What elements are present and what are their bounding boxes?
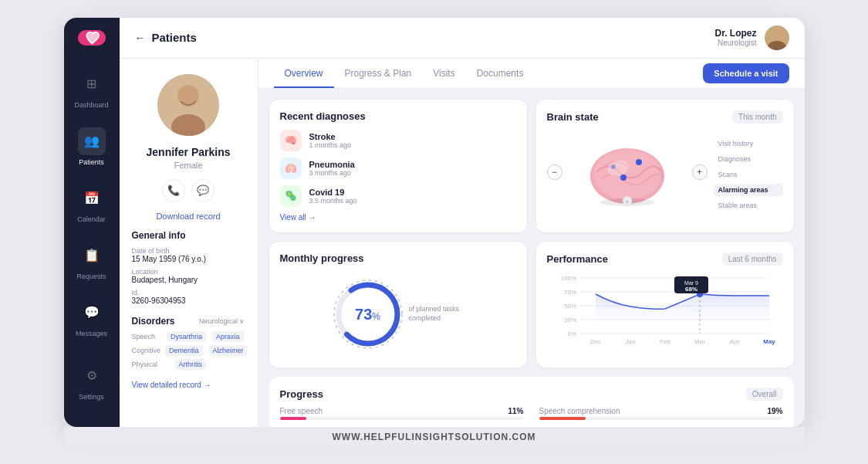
svg-point-6 xyxy=(593,150,661,199)
patient-panel: Jennifer Parkins Female 📞 💬 Download rec… xyxy=(120,59,258,427)
recent-diagnoses-card: Recent diagnoses 🧠 Stroke 1 months ago 🫁 xyxy=(269,100,527,232)
overall-filter[interactable]: Overall xyxy=(746,388,783,401)
brain-card-header: Brain state This month xyxy=(547,110,783,124)
back-button[interactable]: ← xyxy=(135,32,146,44)
svg-text:Apr: Apr xyxy=(729,338,739,345)
covid-icon: 🦠 xyxy=(280,185,302,207)
brain-state-card: Brain state This month − xyxy=(536,100,794,232)
monthly-progress-title: Monthly progress xyxy=(280,252,516,264)
diagnosis-time: 1 months ago xyxy=(309,141,352,149)
sidebar-item-calendar[interactable]: 📅 Calendar xyxy=(64,178,120,229)
svg-text:0%: 0% xyxy=(567,330,576,337)
disorder-category: Speech xyxy=(132,333,162,340)
progress-circle: 73% xyxy=(333,279,403,349)
disorder-category: Physical xyxy=(132,361,171,368)
disorder-tag[interactable]: Dementia xyxy=(165,345,203,356)
location-value: Budapest, Hungary xyxy=(132,276,245,284)
svg-point-0 xyxy=(772,29,782,40)
progress-item-free-speech: Free speech 11% xyxy=(280,407,524,420)
watermark: WWW.HELPFULINSIGHTSOLUTION.COM xyxy=(64,427,805,447)
svg-point-7 xyxy=(636,159,642,165)
sidebar-item-requests[interactable]: 📋 Requests xyxy=(64,235,120,286)
tab-overview[interactable]: Overview xyxy=(274,59,334,88)
svg-text:Dec: Dec xyxy=(589,338,600,345)
legend-alarming-areas[interactable]: Alarming areas xyxy=(714,184,783,196)
legend-scans[interactable]: Scans xyxy=(714,168,783,181)
svg-text:Mar: Mar xyxy=(694,338,705,345)
svg-text:30%: 30% xyxy=(563,317,576,323)
progress-section-header: Progress Overall xyxy=(280,388,783,401)
progress-bar xyxy=(539,417,586,420)
legend-stable-areas[interactable]: Stable areas xyxy=(714,199,783,212)
svg-point-3 xyxy=(177,85,199,107)
header-left: ← Patients xyxy=(135,31,197,44)
disorders-header: Disorders Neurological ∨ xyxy=(132,316,245,327)
dob-row: Date of birth 15 May 1959 (76 y.o.) xyxy=(132,247,245,263)
circle-percent: 73 xyxy=(355,305,372,322)
sidebar-item-logout[interactable]: ↪ Log out xyxy=(64,413,120,427)
sidebar-item-label: Patients xyxy=(79,158,104,166)
diagnosis-item-pneumonia: 🫁 Pneumonia 3 months ago xyxy=(280,157,516,179)
message-icon: 💬 xyxy=(84,305,100,320)
circle-text: 73% xyxy=(355,305,380,323)
svg-text:70%: 70% xyxy=(563,289,576,296)
disorders-filter[interactable]: Neurological ∨ xyxy=(199,317,245,325)
recent-diagnoses-title: Recent diagnoses xyxy=(280,110,516,122)
schedule-visit-button[interactable]: Schedule a visit xyxy=(703,63,789,83)
legend-visit-history[interactable]: Visit history xyxy=(714,137,783,150)
page-header: ← Patients Dr. Lopez Neurologist xyxy=(120,18,805,59)
tab-visits[interactable]: Visits xyxy=(422,59,465,88)
svg-text:68%: 68% xyxy=(684,286,697,293)
call-button[interactable]: 📞 xyxy=(162,179,185,202)
app-logo[interactable] xyxy=(78,30,106,46)
sidebar-item-dashboard[interactable]: ⊞ Dashboard xyxy=(64,64,120,115)
message-button[interactable]: 💬 xyxy=(191,179,214,202)
id-row: Id. 3260-96304953 xyxy=(132,289,245,305)
progress-circle-area: 73% of planned tasks completed xyxy=(280,272,516,357)
progress-item-speech-comprehension: Speech comprehension 19% xyxy=(539,407,783,420)
tab-progress-plan[interactable]: Progress & Plan xyxy=(334,59,423,88)
download-record-link[interactable]: Download record xyxy=(156,212,220,221)
svg-text:Feb: Feb xyxy=(660,338,670,345)
grid-icon: ⊞ xyxy=(86,76,96,91)
header-right: Dr. Lopez Neurologist xyxy=(714,25,789,50)
calendar-icon: 📅 xyxy=(84,191,100,205)
progress-col-right: Speech comprehension 19% xyxy=(539,407,783,425)
diagnosis-name: Pneumonia xyxy=(309,160,355,169)
tab-documents[interactable]: Documents xyxy=(466,59,535,88)
legend-diagnoses[interactable]: Diagnoses xyxy=(714,153,783,165)
disorder-tag[interactable]: Apraxia xyxy=(212,331,244,342)
performance-filter[interactable]: Last 6 months xyxy=(722,252,783,266)
right-panel: Overview Progress & Plan Visits Document… xyxy=(258,59,805,427)
brain-minus-button[interactable]: − xyxy=(547,164,562,180)
sidebar-item-settings[interactable]: ⚙ Settings xyxy=(64,356,120,407)
sidebar-item-patients[interactable]: 👥 Patients xyxy=(64,121,120,172)
grid-area: Recent diagnoses 🧠 Stroke 1 months ago 🫁 xyxy=(258,89,805,427)
svg-text:Mar 9: Mar 9 xyxy=(684,280,698,286)
app-container: ⊞ Dashboard 👥 Patients 📅 Calendar 📋 xyxy=(64,18,805,427)
sidebar-item-messages[interactable]: 💬 Messages xyxy=(64,293,120,344)
patient-gender: Female xyxy=(174,161,203,170)
progress-col-left: Free speech 11% xyxy=(280,407,524,425)
brain-state-title: Brain state xyxy=(547,111,599,123)
brain-area: − xyxy=(547,130,783,215)
performance-title: Performance xyxy=(547,253,608,265)
brain-plus-button[interactable]: + xyxy=(692,164,708,180)
disorder-tag[interactable]: Dysarthria xyxy=(167,331,206,342)
request-icon: 📋 xyxy=(84,248,100,262)
patient-name: Jennifer Parkins xyxy=(147,145,231,159)
disorder-tag[interactable]: Alzheimer xyxy=(209,345,248,356)
disorder-tag[interactable]: Arthritis xyxy=(175,359,207,370)
tabs-bar: Overview Progress & Plan Visits Document… xyxy=(258,59,805,89)
view-record-link[interactable]: View detailed record → xyxy=(132,381,211,389)
diagnosis-time: 3 months ago xyxy=(309,169,355,177)
progress-rows: Free speech 11% xyxy=(280,407,783,425)
brain-filter[interactable]: This month xyxy=(732,110,782,124)
svg-text:Jan: Jan xyxy=(625,338,635,345)
view-all-diagnoses[interactable]: View all → xyxy=(280,213,516,222)
progress-item-pct: 19% xyxy=(767,407,782,415)
sidebar-item-label: Dashboard xyxy=(74,101,108,109)
svg-text:May: May xyxy=(763,338,775,345)
brain-visual: › xyxy=(581,137,674,207)
users-icon: 👥 xyxy=(84,134,100,148)
